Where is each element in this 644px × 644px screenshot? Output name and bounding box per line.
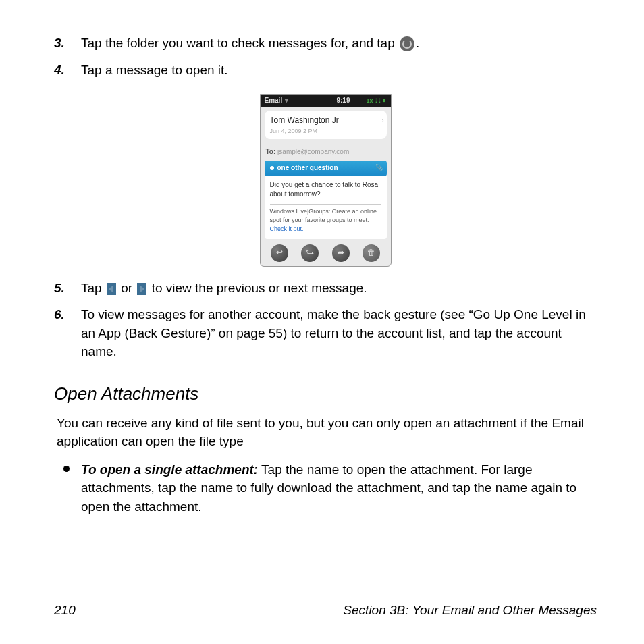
ad-link[interactable]: Check it out.: [270, 225, 304, 232]
page-number: 210: [54, 601, 76, 620]
step-6: 6. To view messages for another account,…: [54, 305, 597, 369]
ad-block: Windows Live|Groups: Create an online sp…: [270, 204, 381, 234]
step-number: 6.: [54, 305, 65, 324]
previous-arrow-icon: [107, 283, 116, 295]
bullet-item: To open a single attachment: Tap the nam…: [54, 460, 597, 516]
phone-screenshot-figure: Email ▾ 9:19 1x ⫶⫶ ▮ Tom Washington Jr J…: [260, 94, 392, 267]
reply-all-icon[interactable]: ⮑: [301, 244, 319, 262]
step-number: 5.: [54, 279, 65, 298]
step-3: 3. Tap the folder you want to check mess…: [54, 34, 597, 61]
bullet-strong: To open a single attachment:: [81, 462, 258, 477]
phone-status-bar: Email ▾ 9:19 1x ⫶⫶ ▮: [261, 95, 391, 107]
reply-icon[interactable]: ↩: [271, 244, 288, 262]
step-text: or: [117, 281, 136, 295]
next-arrow-icon: [137, 283, 146, 295]
step-4: 4. Tap a message to open it.: [54, 61, 597, 88]
sender-meta: Jun 4, 2009 2 PM: [270, 127, 381, 136]
dropdown-chevron-icon: ▾: [285, 96, 288, 106]
body-text: Did you get a chance to talk to Rosa abo…: [270, 180, 381, 200]
phone-time: 9:19: [336, 96, 350, 106]
expand-chevron-icon: ›: [381, 116, 383, 126]
to-label: To:: [266, 148, 276, 155]
section-heading-open-attachments: Open Attachments: [54, 381, 597, 407]
refresh-icon: [400, 36, 414, 51]
steps-list-top: 3. Tap the folder you want to check mess…: [54, 34, 597, 87]
step-text: to view the previous or next message.: [148, 281, 367, 295]
section-lead: You can receive any kind of file sent to…: [57, 414, 597, 451]
step-text: To view messages for another account, ma…: [81, 307, 586, 358]
signal-icon: 1x ⫶⫶ ▮: [366, 97, 386, 105]
phone-toolbar: ↩ ⮑ ➦ 🗑: [261, 239, 391, 266]
step-text: Tap: [81, 281, 105, 295]
phone-frame: Email ▾ 9:19 1x ⫶⫶ ▮ Tom Washington Jr J…: [260, 94, 392, 267]
bullet-list: To open a single attachment: Tap the nam…: [54, 460, 597, 516]
step-5: 5. Tap or to view the previous or next m…: [54, 279, 597, 306]
sender-name: Tom Washington Jr: [270, 115, 381, 126]
subject-bar: one other question 📎: [265, 161, 387, 176]
step-text-after: .: [416, 36, 419, 50]
sender-card: Tom Washington Jr Jun 4, 2009 2 PM ›: [265, 111, 387, 138]
to-row: To: jsample@company.com: [261, 143, 391, 161]
attachment-icon: 📎: [375, 163, 383, 172]
step-text: Tap the folder you want to check message…: [81, 36, 398, 50]
subject-text: one other question: [277, 164, 338, 171]
step-number: 3.: [54, 34, 65, 53]
to-value: jsample@company.com: [277, 148, 349, 155]
section-label: Section 3B: Your Email and Other Message…: [343, 601, 597, 620]
step-number: 4.: [54, 61, 65, 80]
phone-app-label: Email: [265, 96, 283, 106]
unread-dot-icon: [270, 166, 274, 170]
page-footer: 210 Section 3B: Your Email and Other Mes…: [54, 601, 597, 620]
delete-icon[interactable]: 🗑: [363, 244, 380, 262]
message-body: Did you get a chance to talk to Rosa abo…: [265, 176, 387, 239]
forward-icon[interactable]: ➦: [332, 244, 350, 262]
ad-text: Windows Live|Groups: Create an online sp…: [270, 208, 377, 223]
step-text: Tap a message to open it.: [81, 63, 228, 77]
steps-list-bottom: 5. Tap or to view the previous or next m…: [54, 279, 597, 369]
